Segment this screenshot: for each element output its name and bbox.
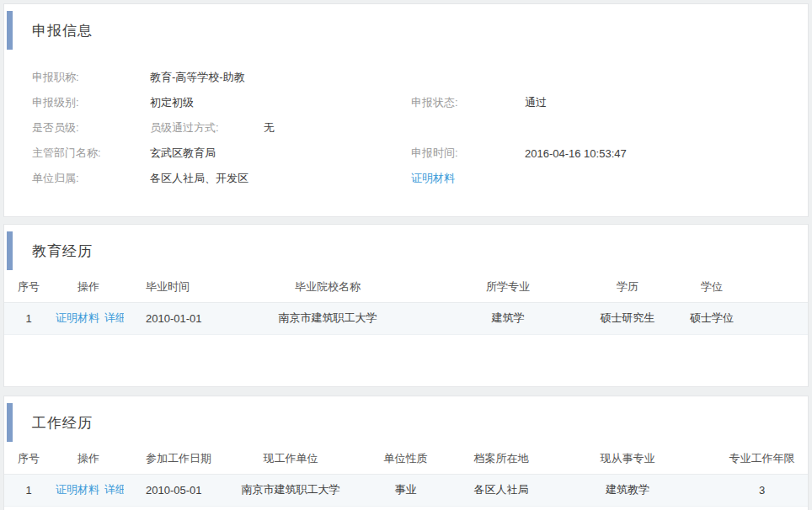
unit-label: 单位归属: (32, 171, 150, 186)
work-evidence-link[interactable]: 证明材料 (56, 483, 99, 496)
field-row-staff-level: 是否员级: 员级通过方式: 无 (4, 115, 808, 141)
job-title-label: 申报职称: (32, 70, 150, 85)
field-row-level-status: 申报级别: 初定初级 申报状态: 通过 (4, 90, 808, 115)
education-row-filler (762, 302, 808, 334)
work-col-current-major: 现从事专业 (539, 444, 716, 474)
work-row-index: 1 (4, 474, 53, 506)
education-col-graduation-date: 毕业时间 (124, 272, 233, 302)
work-row-current-major: 建筑教学 (539, 474, 716, 506)
work-row-actions: 证明材料详细 (53, 474, 124, 506)
section-accent-bar (7, 231, 13, 270)
work-table: 序号 操作 参加工作日期 现工作单位 单位性质 档案所在地 现从事专业 专业工作… (4, 444, 808, 507)
declare-level-label: 申报级别: (32, 95, 150, 110)
staff-pass-mode-label: 员级通过方式: (150, 120, 264, 135)
education-table-header-row: 序号 操作 毕业时间 毕业院校名称 所学专业 学历 学位 (4, 272, 808, 302)
education-col-actions: 操作 (53, 272, 124, 302)
section-title-work: 工作经历 (32, 413, 93, 433)
dept-label: 主管部门名称: (32, 146, 150, 161)
education-row-index: 1 (4, 302, 53, 334)
job-title-value: 教育-高等学校-助教 (150, 70, 411, 85)
field-row-dept-time: 主管部门名称: 玄武区教育局 申报时间: 2016-04-16 10:53:47 (4, 141, 808, 166)
education-card: 教育经历 序号 操作 毕业时间 毕业院校名称 所学专业 学历 学位 1 (3, 224, 809, 387)
work-row-start-date: 2010-05-01 (124, 474, 233, 506)
section-title-education: 教育经历 (32, 242, 93, 261)
is-staff-level-label: 是否员级: (32, 120, 150, 135)
declare-level-value: 初定初级 (150, 95, 411, 110)
section-title-declaration: 申报信息 (32, 21, 93, 40)
education-row-graduation-date: 2010-01-01 (124, 302, 233, 334)
work-col-index: 序号 (4, 444, 53, 474)
section-accent-bar (7, 403, 13, 442)
work-col-years: 专业工作年限 (716, 444, 808, 474)
education-card-header: 教育经历 (4, 225, 808, 272)
education-evidence-link[interactable]: 证明材料 (56, 311, 99, 324)
work-col-employer: 现工作单位 (233, 444, 348, 474)
dept-value: 玄武区教育局 (150, 146, 411, 161)
work-row-employer: 南京市建筑职工大学 (233, 474, 348, 506)
declare-time-value: 2016-04-16 10:53:47 (525, 147, 627, 160)
declare-time-label: 申报时间: (411, 146, 525, 161)
education-col-index: 序号 (4, 272, 53, 302)
work-col-actions: 操作 (53, 444, 124, 474)
work-col-archive-location: 档案所在地 (463, 444, 539, 474)
declare-status-label: 申报状态: (411, 95, 525, 110)
staff-pass-mode-value: 无 (264, 120, 275, 135)
work-detail-link[interactable]: 详细 (104, 483, 124, 496)
education-table-row: 1 证明材料详细 2010-01-01 南京市建筑职工大学 建筑学 硕士研究生 … (4, 302, 808, 334)
work-card-header: 工作经历 (4, 396, 808, 444)
field-row-job-title: 申报职称: 教育-高等学校-助教 (4, 65, 808, 90)
declaration-card: 申报信息 申报职称: 教育-高等学校-助教 申报级别: 初定初级 申报状态: 通… (3, 3, 809, 217)
declare-status-value: 通过 (525, 95, 547, 110)
work-col-unit-type: 单位性质 (348, 444, 463, 474)
education-row-school: 南京市建筑职工大学 (233, 302, 422, 334)
education-col-filler (762, 272, 808, 302)
education-row-actions: 证明材料详细 (53, 302, 124, 334)
field-row-unit-evidence: 单位归属: 各区人社局、开发区 证明材料 (4, 166, 808, 191)
work-table-row: 1 证明材料详细 2010-05-01 南京市建筑职工大学 事业 各区人社局 建… (4, 474, 808, 506)
work-row-years: 3 (716, 474, 808, 506)
unit-value: 各区人社局、开发区 (150, 171, 411, 186)
education-col-major: 所学专业 (422, 272, 594, 302)
work-col-start-date: 参加工作日期 (124, 444, 233, 474)
education-detail-link[interactable]: 详细 (104, 311, 124, 324)
education-table: 序号 操作 毕业时间 毕业院校名称 所学专业 学历 学位 1 证明材料详细 20… (4, 272, 808, 335)
education-col-degree: 学位 (661, 272, 762, 302)
work-row-unit-type: 事业 (348, 474, 463, 506)
education-row-level: 硕士研究生 (594, 302, 661, 334)
work-row-archive-location: 各区人社局 (463, 474, 539, 506)
education-col-school: 毕业院校名称 (233, 272, 422, 302)
declaration-evidence-link[interactable]: 证明材料 (411, 171, 455, 186)
declaration-fields: 申报职称: 教育-高等学校-助教 申报级别: 初定初级 申报状态: 通过 是否员… (4, 51, 808, 191)
declaration-card-header: 申报信息 (4, 4, 808, 51)
work-card: 工作经历 序号 操作 参加工作日期 现工作单位 单位性质 档案所在地 现从事专业… (3, 396, 809, 510)
work-table-header-row: 序号 操作 参加工作日期 现工作单位 单位性质 档案所在地 现从事专业 专业工作… (4, 444, 808, 474)
education-row-major: 建筑学 (422, 302, 594, 334)
section-accent-bar (7, 11, 13, 50)
education-col-level: 学历 (594, 272, 661, 302)
education-row-degree: 硕士学位 (661, 302, 762, 334)
education-card-empty-space (4, 335, 808, 384)
